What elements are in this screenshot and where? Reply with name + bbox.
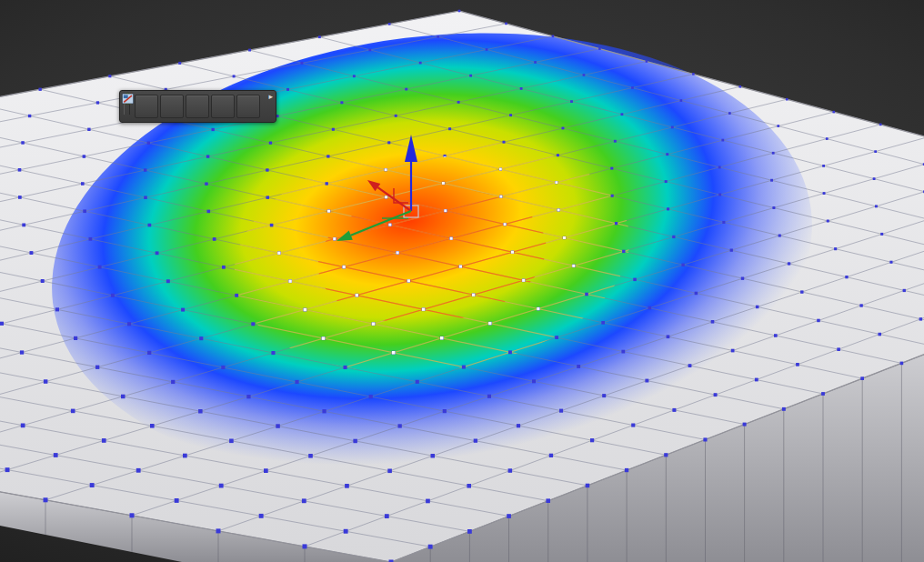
floating-toolbar: ▸ [119, 90, 276, 123]
panel-icon [120, 91, 136, 106]
toolbar-expand-arrow[interactable]: ▸ [268, 92, 273, 101]
falloff-sphere-button[interactable] [211, 95, 235, 118]
brush-options-button[interactable] [236, 95, 260, 118]
scene-canvas [0, 0, 924, 562]
lock-soft-selection-button[interactable] [186, 95, 209, 118]
3d-viewport[interactable]: ▸ [0, 0, 924, 562]
paint-brush-button[interactable] [135, 95, 158, 118]
toolbar-buttons [134, 95, 261, 118]
paint-brush-alt-button[interactable] [160, 95, 184, 118]
